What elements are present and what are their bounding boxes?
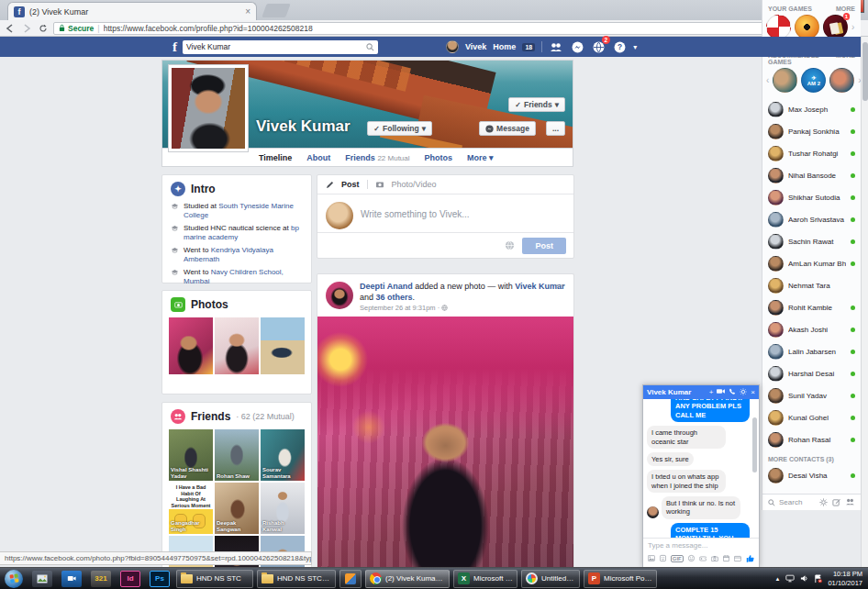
taskbar-window-folder1[interactable]: HND NS STC bbox=[176, 570, 253, 588]
new-message-icon[interactable] bbox=[832, 498, 840, 506]
chat-settings-icon[interactable] bbox=[740, 388, 747, 397]
friend-tile[interactable]: Rishabh Kanwal bbox=[261, 483, 305, 534]
post-photo[interactable] bbox=[317, 317, 573, 567]
games-next-icon[interactable]: › bbox=[851, 22, 854, 32]
contact-row[interactable]: Shikhar Sutodia bbox=[762, 186, 861, 208]
header-avatar[interactable] bbox=[446, 40, 459, 53]
volume-icon[interactable] bbox=[800, 574, 808, 583]
like-icon[interactable] bbox=[746, 553, 754, 563]
your-games-more-link[interactable]: MORE bbox=[836, 6, 855, 12]
contact-row[interactable]: Rohan Rasal bbox=[762, 428, 861, 450]
post-menu-icon[interactable]: ... bbox=[556, 278, 566, 288]
photos-title[interactable]: Photos bbox=[191, 298, 228, 311]
message-button[interactable]: Message bbox=[479, 121, 536, 136]
tab-friends[interactable]: Friends 22 Mutual bbox=[345, 153, 409, 162]
post-author-link[interactable]: Deepti Anand bbox=[360, 282, 413, 291]
following-button[interactable]: ✓ Following ▾ bbox=[367, 121, 432, 136]
contact-row[interactable]: Nihal Bansode bbox=[762, 164, 861, 186]
taskbar-clock[interactable]: 10:18 PM 01/10/2017 bbox=[828, 570, 862, 588]
tab-timeline[interactable]: Timeline bbox=[259, 153, 292, 162]
account-menu-caret-icon[interactable]: ▾ bbox=[633, 43, 637, 51]
friend-tile[interactable]: I Have a Bad Habit Of Laughing At Seriou… bbox=[169, 483, 213, 534]
sticker-icon[interactable] bbox=[660, 554, 666, 562]
tab-more[interactable]: More ▾ bbox=[467, 153, 494, 162]
game-icon-teen-patti[interactable]: 1 bbox=[823, 15, 848, 39]
back-button[interactable] bbox=[4, 22, 17, 35]
games-prev-icon[interactable]: ‹ bbox=[766, 75, 769, 85]
contact-row[interactable]: Rohit Kamble bbox=[762, 296, 861, 318]
friend-requests-icon[interactable] bbox=[549, 39, 563, 54]
tab-photos[interactable]: Photos bbox=[425, 153, 453, 162]
photo-thumb[interactable] bbox=[215, 317, 259, 374]
indesign-icon[interactable]: Id bbox=[120, 571, 140, 587]
address-bar[interactable]: Secure | https://www.facebook.com/profil… bbox=[53, 22, 786, 35]
taskbar-window-excel[interactable]: XMicrosoft Excel - ... bbox=[453, 570, 517, 588]
photo-icon[interactable] bbox=[648, 554, 655, 562]
taskbar-window-chrome[interactable]: (2) Vivek Kumar - ... bbox=[365, 570, 450, 588]
contact-row[interactable]: Aaroh Srivastava bbox=[762, 208, 861, 230]
help-icon[interactable]: ? bbox=[612, 39, 627, 54]
photo-viewer-icon[interactable] bbox=[32, 571, 52, 587]
friend-tile[interactable]: Rohan Shaw bbox=[215, 429, 259, 481]
notifications-globe-icon[interactable]: 2 bbox=[591, 39, 606, 54]
friends-button[interactable]: ✓ Friends ▾ bbox=[508, 97, 565, 112]
friend-tile[interactable]: Vishal Shashti Yadav bbox=[169, 429, 213, 481]
recommended-game-icon-3[interactable] bbox=[829, 68, 854, 93]
post-button[interactable]: Post bbox=[522, 238, 566, 254]
contacts-search-bar[interactable]: Search bbox=[762, 494, 861, 510]
settings-gear-icon[interactable] bbox=[819, 498, 828, 506]
chat-scrollbar[interactable] bbox=[752, 401, 758, 536]
browser-tab[interactable]: f (2) Vivek Kumar × bbox=[7, 2, 257, 20]
forward-button[interactable] bbox=[20, 22, 33, 35]
photo-thumb[interactable] bbox=[169, 317, 213, 374]
recommended-game-icon-1[interactable] bbox=[773, 68, 797, 93]
game-icon-ludo[interactable] bbox=[766, 15, 791, 39]
header-profile-link[interactable]: Vivek bbox=[465, 42, 486, 51]
post-others-link[interactable]: 36 others bbox=[376, 293, 413, 302]
composer-post-tab[interactable]: Post bbox=[341, 180, 360, 189]
video-call-icon[interactable] bbox=[717, 388, 725, 396]
taskbar-window-paint[interactable]: Untitled - Paint bbox=[521, 570, 580, 588]
friend-tile[interactable]: Deepak Sangwan bbox=[215, 483, 259, 534]
contact-row[interactable]: Sachin Rawat bbox=[762, 230, 861, 252]
contact-row[interactable]: Tushar Rohatgi bbox=[762, 142, 861, 164]
post-timestamp[interactable]: September 26 at 9:31pm · bbox=[360, 304, 565, 312]
tab-about[interactable]: About bbox=[306, 153, 330, 162]
gif-icon[interactable]: GIF bbox=[671, 555, 684, 562]
photo-thumb[interactable] bbox=[261, 317, 305, 374]
contact-row[interactable]: Akash Joshi bbox=[762, 318, 861, 340]
chat-input[interactable]: Type a message... bbox=[643, 538, 759, 550]
voice-call-icon[interactable] bbox=[729, 388, 736, 397]
composer-photo-tab[interactable]: Photo/Video bbox=[392, 180, 437, 189]
tab-close-icon[interactable]: × bbox=[245, 6, 250, 17]
header-home-link[interactable]: Home bbox=[493, 42, 516, 51]
facebook-logo[interactable]: f bbox=[172, 39, 177, 55]
search-input[interactable] bbox=[186, 42, 366, 51]
media-player-icon[interactable]: 321 bbox=[91, 571, 111, 587]
taskbar-window-folder2[interactable]: HND NS STC PLA... bbox=[257, 570, 336, 588]
taskbar-app-button[interactable] bbox=[339, 570, 362, 588]
photoshop-icon[interactable]: Ps bbox=[150, 571, 170, 587]
emoji-icon[interactable] bbox=[688, 554, 695, 562]
cover-more-button[interactable]: ... bbox=[546, 121, 565, 136]
payment-icon[interactable] bbox=[734, 555, 741, 562]
chat-header[interactable]: Vivek Kumar + × bbox=[643, 385, 759, 399]
contact-row[interactable]: Pankaj Sonkhia bbox=[762, 120, 861, 142]
taskbar-window-powerpoint[interactable]: PMicrosoft PowerP... bbox=[584, 570, 657, 588]
facebook-search[interactable] bbox=[183, 40, 378, 54]
profile-picture[interactable] bbox=[168, 64, 249, 152]
contact-row[interactable]: Kunal Gohel bbox=[762, 406, 861, 428]
messenger-icon[interactable] bbox=[570, 39, 584, 54]
add-person-icon[interactable]: + bbox=[709, 389, 714, 396]
new-tab-button[interactable] bbox=[262, 4, 290, 17]
game-icon-8ball-pool[interactable] bbox=[795, 15, 819, 39]
chat-close-icon[interactable]: × bbox=[751, 389, 755, 396]
plan-icon[interactable] bbox=[723, 554, 729, 562]
friends-title[interactable]: Friends bbox=[191, 410, 230, 423]
reload-button[interactable] bbox=[37, 22, 50, 35]
contact-row[interactable]: Max Joseph bbox=[762, 98, 861, 120]
network-icon[interactable] bbox=[785, 574, 795, 583]
contact-row[interactable]: Lalin Jabarsen bbox=[762, 340, 861, 362]
people-icon[interactable] bbox=[845, 498, 855, 506]
start-button[interactable] bbox=[5, 570, 23, 588]
